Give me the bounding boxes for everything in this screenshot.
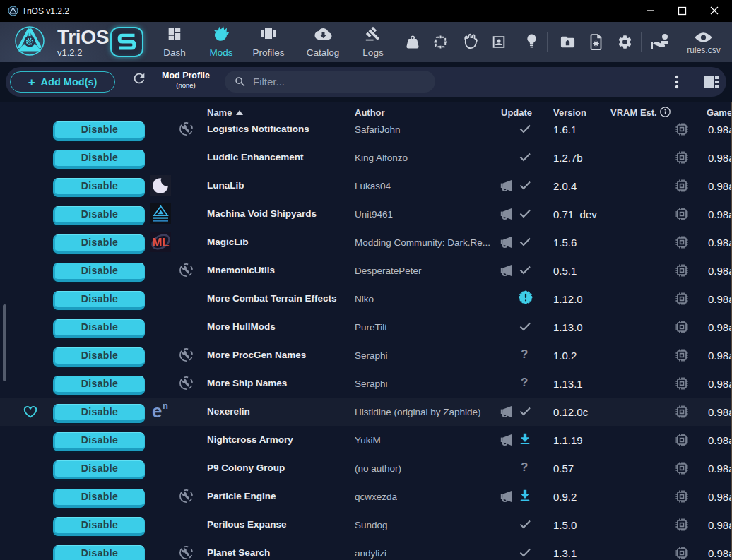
svg-text:ML: ML [153, 236, 170, 249]
svg-text:e: e [152, 401, 162, 422]
svg-text:n: n [163, 401, 168, 411]
